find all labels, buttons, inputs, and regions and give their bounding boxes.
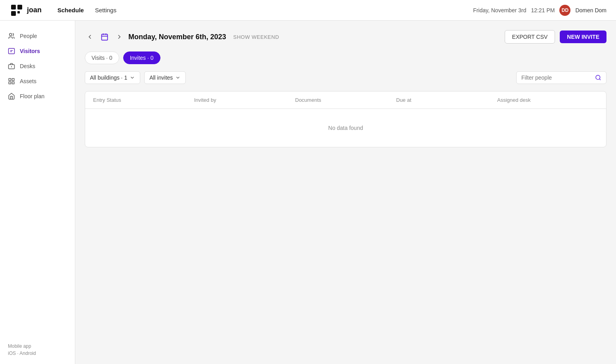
table-header: Entry Status Invited by Documents Due at… [85,91,606,109]
svg-rect-1 [11,5,16,10]
sidebar-item-visitors[interactable]: Visitors [0,44,75,59]
col-entry-status: Entry Status [93,97,194,103]
sidebar-item-people[interactable]: People [0,29,75,44]
chevron-down-icon-2 [175,75,181,80]
joan-logo-icon [10,3,24,17]
filters-row: All buildings · 1 All invites [85,71,606,84]
topnav-date: Friday, November 3rd [473,7,526,13]
logo[interactable]: joan [10,3,42,17]
search-bar [516,71,606,84]
col-assigned-desk: Assigned desk [497,97,598,103]
prev-date-button[interactable] [85,32,95,42]
chevron-left-icon [86,33,93,40]
svg-point-17 [596,75,600,80]
svg-rect-2 [17,5,22,10]
svg-point-5 [10,33,12,36]
sidebar-item-desks[interactable]: Desks [0,59,75,74]
main-header: Monday, November 6th, 2023 SHOW WEEKEND … [85,30,606,44]
svg-rect-3 [11,11,16,16]
show-weekend-button[interactable]: SHOW WEEKEND [233,34,279,40]
nav-schedule[interactable]: Schedule [57,7,84,13]
mobile-app-links: iOS · Android [8,351,36,356]
buildings-filter[interactable]: All buildings · 1 [85,71,140,84]
invites-filter[interactable]: All invites [144,71,186,84]
main-content: Monday, November 6th, 2023 SHOW WEEKEND … [75,21,616,364]
sidebar-label-people: People [20,33,37,39]
current-date: Monday, November 6th, 2023 [128,33,226,41]
svg-line-18 [599,79,601,80]
sidebar-item-assets[interactable]: Assets [0,74,75,89]
floorplan-icon [8,93,15,100]
svg-rect-4 [17,11,20,13]
mobile-app-label: Mobile app [8,343,36,349]
visitors-icon [8,48,15,55]
sidebar-label-desks: Desks [20,63,35,69]
sidebar-bottom: Mobile app iOS · Android [8,343,36,356]
people-icon [8,32,15,40]
col-due-at: Due at [396,97,497,103]
next-date-button[interactable] [114,32,124,42]
topnav: joan Schedule Settings Friday, November … [0,0,616,21]
sidebar-item-floorplan[interactable]: Floor plan [0,89,75,104]
search-input[interactable] [521,74,593,81]
topnav-time: 12:21 PM [531,7,555,13]
tab-visits[interactable]: Visits · 0 [85,51,119,64]
assets-icon [8,78,15,85]
svg-rect-12 [12,82,14,84]
calendar-icon [101,33,109,41]
tab-invites[interactable]: Invites · 0 [123,51,160,64]
new-invite-button[interactable]: NEW INVITE [560,30,606,43]
data-table: Entry Status Invited by Documents Due at… [85,91,606,147]
svg-rect-9 [9,78,11,80]
user-name: Domen Dom [575,7,606,13]
sidebar-label-visitors: Visitors [20,48,40,54]
svg-rect-6 [9,48,15,54]
svg-rect-13 [102,34,108,40]
sidebar-label-floorplan: Floor plan [20,93,44,99]
invites-filter-label: All invites [149,74,173,81]
search-icon [595,74,601,81]
date-nav: Monday, November 6th, 2023 SHOW WEEKEND [85,31,279,42]
sidebar-label-assets: Assets [20,78,36,84]
empty-state: No data found [85,109,606,147]
buildings-filter-label: All buildings · 1 [90,74,127,81]
chevron-down-icon [130,75,135,80]
header-actions: EXPORT CSV NEW INVITE [505,30,606,44]
tabs: Visits · 0 Invites · 0 [85,51,606,64]
logo-text: joan [27,6,42,14]
chevron-right-icon [116,33,123,40]
topnav-right: Friday, November 3rd 12:21 PM DD Domen D… [473,5,606,16]
desks-icon [8,63,15,70]
export-csv-button[interactable]: EXPORT CSV [505,30,555,44]
col-documents: Documents [295,97,396,103]
calendar-button[interactable] [99,31,110,42]
layout: People Visitors Desks Assets Floor plan … [0,0,616,364]
col-invited-by: Invited by [194,97,295,103]
nav-settings[interactable]: Settings [95,7,116,13]
svg-rect-10 [12,78,14,80]
avatar: DD [559,5,570,16]
topnav-links: Schedule Settings [57,7,116,13]
sidebar: People Visitors Desks Assets Floor plan … [0,21,75,364]
svg-rect-11 [9,82,11,84]
